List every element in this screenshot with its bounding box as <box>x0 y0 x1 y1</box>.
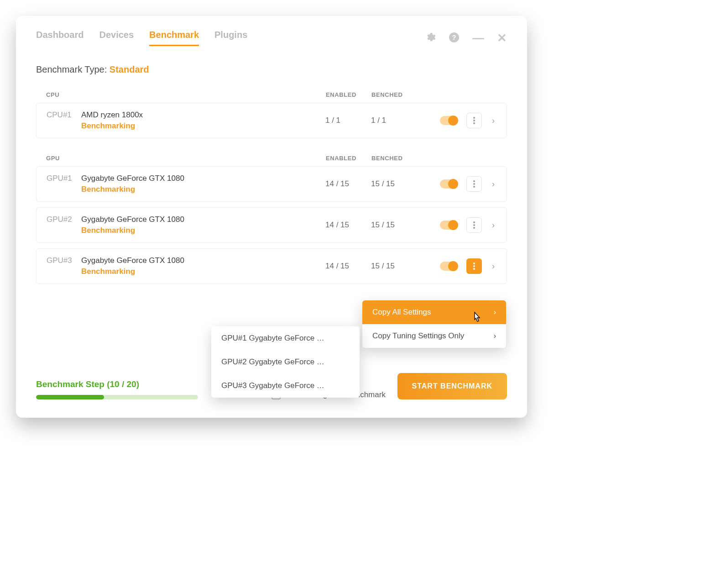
benchmark-type-value[interactable]: Standard <box>110 64 149 74</box>
tab-list: Dashboard Devices Benchmark Plugins <box>36 30 247 46</box>
svg-point-2 <box>473 117 475 119</box>
kebab-icon <box>473 180 475 188</box>
tab-benchmark[interactable]: Benchmark <box>149 30 199 46</box>
svg-point-12 <box>473 265 475 267</box>
svg-point-11 <box>473 262 475 264</box>
enable-toggle[interactable] <box>440 179 458 189</box>
gpu-row: GPU#3 Gygabyte GeForce GTX 1080 Benchmar… <box>36 248 507 284</box>
copy-settings-menu: Copy All Settings › Copy Tuning Settings… <box>362 300 506 348</box>
top-bar: Dashboard Devices Benchmark Plugins ? — … <box>36 30 507 46</box>
close-icon[interactable]: ✕ <box>497 32 507 44</box>
device-name: Gygabyte GeForce GTX 1080 <box>81 215 184 224</box>
kebab-icon <box>473 221 475 229</box>
svg-point-3 <box>473 120 475 121</box>
device-state: Benchmarking <box>81 226 184 235</box>
device-state: Benchmarking <box>81 121 143 131</box>
enable-toggle[interactable] <box>440 262 458 271</box>
tab-plugins[interactable]: Plugins <box>214 30 247 46</box>
gpu-row: GPU#1 Gygabyte GeForce GTX 1080 Benchmar… <box>36 166 507 202</box>
device-id: CPU#1 <box>47 110 75 131</box>
svg-point-5 <box>473 180 475 182</box>
window-controls: ? — ✕ <box>425 32 507 44</box>
chevron-right-icon: › <box>494 332 496 340</box>
cpu-header-label: CPU <box>46 91 326 98</box>
minimize-icon[interactable]: — <box>472 32 484 44</box>
benchmark-type-label: Benchmark Type: <box>36 64 107 74</box>
gear-icon[interactable] <box>425 32 436 43</box>
benched-value: 15 / 15 <box>371 179 421 189</box>
expand-icon[interactable]: › <box>490 116 496 126</box>
tab-dashboard[interactable]: Dashboard <box>36 30 84 46</box>
copy-target-gpu1[interactable]: GPU#1 Gygabyte GeForce … <box>211 326 360 350</box>
menu-item-label: Copy All Settings <box>372 308 431 317</box>
copy-target-gpu2[interactable]: GPU#2 Gygabyte GeForce … <box>211 350 360 374</box>
benched-value: 1 / 1 <box>371 116 421 125</box>
copy-all-settings[interactable]: Copy All Settings › <box>362 300 506 324</box>
svg-text:?: ? <box>452 33 456 41</box>
benched-value: 15 / 15 <box>371 220 421 230</box>
chevron-right-icon: › <box>494 308 496 316</box>
row-menu-button[interactable] <box>466 258 482 274</box>
device-id: GPU#3 <box>47 256 75 276</box>
expand-icon[interactable]: › <box>490 220 496 230</box>
gpu-section-header: GPU ENABLED BENCHED <box>36 155 507 166</box>
device-id: GPU#2 <box>47 215 75 235</box>
benchmark-step-label: Benchmark Step (10 / 20) <box>36 379 198 389</box>
device-name: AMD ryzen 1800x <box>81 110 143 120</box>
tab-devices[interactable]: Devices <box>99 30 134 46</box>
cpu-row: CPU#1 AMD ryzen 1800x Benchmarking 1 / 1… <box>36 103 507 138</box>
gpu-header-label: GPU <box>46 155 326 162</box>
enable-toggle[interactable] <box>440 116 458 125</box>
svg-point-10 <box>473 227 475 229</box>
progress-fill <box>36 395 104 399</box>
enable-toggle[interactable] <box>440 220 458 230</box>
svg-point-8 <box>473 221 475 223</box>
row-menu-button[interactable] <box>466 217 482 233</box>
help-icon[interactable]: ? <box>449 32 460 43</box>
menu-item-label: Copy Tuning Settings Only <box>372 331 464 341</box>
svg-point-9 <box>473 224 475 226</box>
cpu-section-header: CPU ENABLED BENCHED <box>36 91 507 103</box>
copy-target-menu: GPU#1 Gygabyte GeForce … GPU#2 Gygabyte … <box>211 326 360 398</box>
benched-header: BENCHED <box>371 155 422 162</box>
kebab-icon <box>473 262 475 270</box>
benchmark-type: Benchmark Type: Standard <box>36 64 507 75</box>
device-name: Gygabyte GeForce GTX 1080 <box>81 256 184 265</box>
enabled-value: 14 / 15 <box>325 262 371 271</box>
device-state: Benchmarking <box>81 267 184 276</box>
device-name: Gygabyte GeForce GTX 1080 <box>81 174 184 183</box>
kebab-icon <box>473 117 475 124</box>
enabled-header: ENABLED <box>326 91 371 98</box>
copy-tuning-settings[interactable]: Copy Tuning Settings Only › <box>362 324 506 348</box>
device-id: GPU#1 <box>47 174 75 194</box>
benchmark-progress: Benchmark Step (10 / 20) <box>36 379 198 399</box>
row-menu-button[interactable] <box>466 176 482 192</box>
enabled-header: ENABLED <box>326 155 371 162</box>
gpu-row: GPU#2 Gygabyte GeForce GTX 1080 Benchmar… <box>36 207 507 243</box>
enabled-value: 1 / 1 <box>325 116 371 125</box>
expand-icon[interactable]: › <box>490 179 496 189</box>
app-window: Dashboard Devices Benchmark Plugins ? — … <box>16 16 527 418</box>
svg-point-13 <box>473 268 475 270</box>
menu-item-label: GPU#1 Gygabyte GeForce … <box>221 334 324 343</box>
menu-item-label: GPU#2 Gygabyte GeForce … <box>221 357 324 367</box>
start-benchmark-button[interactable]: START BENCHMARK <box>397 373 507 399</box>
expand-icon[interactable]: › <box>490 262 496 271</box>
enabled-value: 14 / 15 <box>325 220 371 230</box>
copy-target-gpu3[interactable]: GPU#3 Gygabyte GeForce … <box>211 374 360 398</box>
svg-point-6 <box>473 183 475 185</box>
row-menu-button[interactable] <box>466 113 482 128</box>
svg-point-7 <box>473 186 475 188</box>
menu-item-label: GPU#3 Gygabyte GeForce … <box>221 381 324 390</box>
enabled-value: 14 / 15 <box>325 179 371 189</box>
benched-value: 15 / 15 <box>371 262 421 271</box>
svg-point-4 <box>473 122 475 124</box>
progress-bar <box>36 395 198 399</box>
benched-header: BENCHED <box>371 91 422 98</box>
device-state: Benchmarking <box>81 185 184 194</box>
